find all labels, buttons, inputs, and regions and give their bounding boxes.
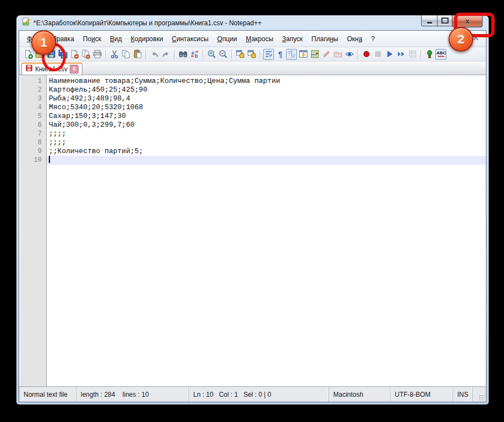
menu-item-macro[interactable]: Макросы: [242, 33, 278, 44]
editor-line[interactable]: Картофель;450;25;425;90: [47, 86, 486, 94]
line-number: 6: [20, 121, 46, 130]
cut-icon: [110, 49, 119, 59]
menu-item-settings[interactable]: Опции: [213, 33, 242, 44]
editor-line[interactable]: Рыба;492;3;489;98,4: [47, 94, 486, 103]
toolbar-separator: [203, 50, 203, 59]
zoom-out-button[interactable]: [217, 49, 228, 60]
folder-pink-icon: [333, 49, 343, 59]
abc-spell-icon: ABC: [436, 49, 446, 59]
menu-item-encoding[interactable]: Кодировки: [126, 33, 167, 44]
print-button[interactable]: [92, 49, 103, 60]
document-map-icon: [310, 49, 320, 59]
minimize-button[interactable]: [421, 15, 437, 26]
play-icon: [385, 49, 394, 59]
maximize-button[interactable]: [437, 15, 452, 26]
editor-line[interactable]: Сахар;150;3;147;30: [47, 112, 486, 121]
edit-marker-button: [321, 49, 332, 60]
zoom-in-icon: [207, 49, 216, 59]
line-number: 1: [20, 77, 46, 86]
sync-scroll-icon: [236, 49, 245, 59]
macro-play-button[interactable]: [384, 49, 395, 60]
toolbar-separator: [421, 50, 421, 59]
svg-text:a: a: [191, 50, 194, 55]
word-wrap-button[interactable]: [263, 49, 274, 60]
new-file-button[interactable]: [23, 49, 33, 60]
macro-stop-button: [372, 49, 383, 60]
toolbar-separator: [357, 50, 358, 59]
maximize-icon: [441, 18, 449, 24]
tab-bar: Книга1.csv x: [19, 61, 486, 75]
stop-icon: [373, 49, 383, 59]
notepadpp-window: *E:\Заработок\Копирайт\Компьютеры и прог…: [16, 15, 489, 404]
editor-line[interactable]: [47, 156, 486, 165]
menu-item-search[interactable]: Поиск: [79, 33, 105, 44]
replace-icon: ab: [190, 49, 199, 59]
find-button[interactable]: [177, 49, 188, 60]
menu-item-run[interactable]: Запуск: [278, 33, 307, 44]
macro-record-button[interactable]: [361, 49, 372, 60]
tab-close-icon[interactable]: x: [70, 65, 79, 74]
monitoring-button: [332, 49, 343, 60]
toolbar-separator: [260, 50, 260, 59]
paste-button[interactable]: [132, 49, 143, 60]
sync-vertical-scroll-button[interactable]: [234, 49, 245, 60]
function-completion-button[interactable]: [298, 49, 309, 60]
toolbar: ab¶ABC: [19, 47, 486, 61]
line-number: 4: [20, 103, 46, 112]
toolbar-separator: [231, 50, 232, 59]
line-number: 10: [20, 156, 46, 165]
sync-horizontal-scroll-button[interactable]: [246, 49, 257, 60]
editor[interactable]: 12345678910 Наименование товара;Сумма;Ко…: [19, 75, 486, 386]
show-all-characters-button[interactable]: ¶: [275, 49, 285, 60]
editor-line[interactable]: Наименование товара;Сумма;Количество;Цен…: [47, 77, 486, 86]
window-title: *E:\Заработок\Копирайт\Компьютеры и прог…: [33, 19, 262, 27]
menu-item-view[interactable]: Вид: [105, 33, 126, 44]
line-number: 2: [20, 86, 46, 94]
editor-line[interactable]: ;;Количество партий;5;: [47, 147, 486, 156]
svg-text:b: b: [195, 53, 198, 59]
document-map-button[interactable]: [309, 49, 320, 60]
editor-line[interactable]: Чай;300;0,3;299,7;60: [47, 121, 486, 130]
toolbar-separator: [145, 50, 146, 59]
menu-item-plugins[interactable]: Плагины: [307, 33, 343, 44]
new-file-icon: [24, 49, 33, 59]
close-file-button[interactable]: [69, 49, 80, 60]
status-doc-type: Normal text file: [19, 387, 76, 402]
menu-item-language[interactable]: Синтаксисы: [167, 33, 213, 44]
svg-text:¶: ¶: [278, 50, 282, 59]
spell-check-button[interactable]: ABC: [435, 49, 446, 60]
editor-line[interactable]: ;;;;: [47, 138, 486, 147]
annotation-step-1: 1: [31, 30, 56, 55]
print-icon: [93, 49, 102, 59]
macro-run-multiple-button[interactable]: [395, 49, 406, 60]
menu-item-help[interactable]: ?: [367, 33, 379, 44]
menu-item-window[interactable]: Окна: [343, 33, 367, 44]
zoom-in-button[interactable]: [206, 49, 217, 60]
code-area[interactable]: Наименование товара;Сумма;Количество;Цен…: [47, 75, 486, 386]
toolbar-separator: [105, 50, 106, 59]
menu-items: ФайлПравкаПоискВидКодировкиСинтаксисыОпц…: [23, 33, 379, 44]
pencil-icon: [322, 49, 331, 59]
resize-grip[interactable]: [473, 387, 486, 402]
function-icon: [299, 49, 308, 59]
plugin-tree-button[interactable]: [424, 49, 435, 60]
line-number: 9: [20, 147, 46, 156]
minimize-icon: [427, 22, 432, 24]
title-bar[interactable]: *E:\Заработок\Копирайт\Компьютеры и прог…: [16, 15, 489, 30]
cut-button[interactable]: [109, 49, 120, 60]
editor-line[interactable]: Мясо;5340;20;5320;1068: [47, 103, 486, 112]
plant-icon: [425, 49, 434, 59]
copy-button[interactable]: [120, 49, 131, 60]
close-all-button[interactable]: [80, 49, 91, 60]
menu-bar: ФайлПравкаПоискВидКодировкиСинтаксисыОпц…: [19, 31, 486, 47]
redo-icon: [161, 49, 171, 59]
editor-line[interactable]: ;;;;: [47, 130, 486, 138]
replace-button[interactable]: ab: [189, 49, 200, 60]
show-indent-guide-button[interactable]: [286, 49, 297, 60]
view-file-button[interactable]: [344, 49, 355, 60]
line-number-margin: 12345678910: [20, 75, 47, 386]
macro-save-button: [407, 49, 418, 60]
undo-button[interactable]: [149, 49, 160, 60]
status-bar: Normal text file length : 284 lines : 10…: [19, 386, 486, 402]
redo-button[interactable]: [160, 49, 171, 60]
